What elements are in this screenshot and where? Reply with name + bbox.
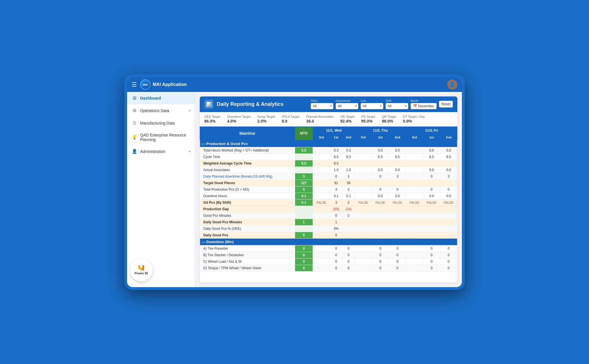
mtd-val	[295, 225, 313, 232]
shift-filter-label: Shift	[386, 99, 408, 102]
department-select[interactable]: All	[336, 103, 358, 109]
row-label: Daily Good Pcs % (OEE)	[200, 225, 295, 232]
powerbi-label: Power BI	[134, 272, 148, 275]
user-avatar[interactable]: 👤	[447, 79, 457, 90]
pplh-label: PPLH Target	[282, 115, 299, 118]
pr-value: 95.0%	[361, 119, 375, 123]
plant-filter-label: Plant	[311, 99, 333, 102]
ot-value: 0.0%	[403, 119, 425, 123]
table-row: Daily Good Pcs % (OEE) 3%	[200, 225, 457, 232]
mtd-val	[295, 153, 313, 160]
target-scrap: Scrap Target 2.0%	[257, 115, 275, 123]
report-panel: 📊 Daily Reporting & Analytics Plant All	[200, 96, 457, 283]
table-row: Total Production Pcs (G + NG) 5 3 2 0 0	[200, 186, 457, 193]
plant-select[interactable]: All	[311, 103, 333, 109]
row-label: Weighted Average Cycle Time	[200, 160, 295, 167]
mtd-val: 0	[295, 252, 313, 258]
target-pr: PR Target 95.0%	[361, 115, 375, 123]
mtd-val: 0.1	[295, 193, 313, 199]
admin-icon: 👤	[132, 149, 137, 154]
mtd-val	[295, 212, 313, 219]
line-select-wrapper: All	[361, 103, 383, 109]
shift-3rd-1: 3rd	[313, 134, 330, 140]
reset-button[interactable]: Reset	[439, 101, 453, 108]
shift-1st-2: 1st	[372, 134, 389, 140]
table-row: B) Tire Stacker / Destacker 0 0 0 0 0	[200, 252, 457, 258]
targets-row: OEE Target 86.0% Downtime Target 4.0% Sc…	[200, 112, 457, 127]
sidebar-item-administration[interactable]: 👤 Administration ▾	[127, 145, 195, 158]
row-label: C) Wheel Load / Nut & W	[200, 258, 295, 265]
sidebar-item-operations-data[interactable]: ⚙ Operations Data ▾	[127, 104, 195, 117]
sidebar-item-manufacturing-data[interactable]: 🗒 Manufacturing Data	[127, 117, 195, 129]
sidebar-label-operations: Operations Data	[140, 108, 186, 113]
table-row: Actual Associates 1.0 1.0 0.0 0.0	[200, 167, 457, 173]
qr-label: QR Target	[382, 115, 396, 118]
mtd-val	[295, 167, 313, 173]
mtd-val: 3	[295, 173, 313, 180]
app-window: ☰ mai MAI Application 👤 ⊞ Dashboard ⚙	[127, 77, 462, 287]
table-row: Good Pcs Minutes 0 0	[200, 212, 457, 219]
row-label: Gd Pcs (By Shift)	[200, 199, 295, 206]
line-select[interactable]: All	[361, 103, 383, 109]
pr-label: PR Target	[361, 115, 375, 118]
or-label: OR Target	[340, 115, 354, 118]
powerbi-icon	[138, 265, 144, 270]
or-value: 92.4%	[340, 119, 354, 123]
row-label: Total Hours Worked (Reg + OT+ Additional…	[200, 147, 295, 153]
date-header-3: 11/3, Fri	[406, 127, 457, 134]
target-downtime: Downtime Target 4.0%	[227, 115, 251, 123]
data-table-wrapper[interactable]: Mainline MTD 11/1, Wed 11/2, Thu 11/3, F…	[200, 127, 457, 283]
shift-3rd-2: 3rd	[355, 134, 372, 140]
sidebar-item-qad-erp[interactable]: 💡 QAD Enterprise Resource Planning	[127, 129, 195, 145]
section-production-label: — Production & Good Pcs	[200, 140, 457, 147]
target-oee: OEE Target 86.0%	[204, 115, 220, 123]
logo-area: mai MAI Application	[140, 79, 187, 90]
sidebar-item-dashboard[interactable]: ⊞ Dashboard	[127, 92, 195, 104]
shift-1st-3: 1st	[423, 134, 440, 140]
shift-2nd-3: 2nd	[440, 134, 457, 140]
shift-filter-group: Shift All	[386, 99, 408, 109]
oee-label: OEE Target	[204, 115, 220, 118]
table-row-highlight: Daily Good Pcs 5 5	[200, 232, 457, 238]
mtd-val: 0	[295, 258, 313, 265]
main-layout: ⊞ Dashboard ⚙ Operations Data ▾ 🗒 Manufa…	[127, 92, 462, 287]
row-label-link[interactable]: Daily Planned downtime (Breaks,5S,shift …	[200, 173, 295, 180]
downtime-label: Downtime Target	[227, 115, 251, 118]
row-label: Cycle Time	[200, 153, 295, 160]
chevron-down-icon: ▾	[189, 109, 190, 113]
table-row: Daily Planned downtime (Breaks,5S,shift …	[200, 173, 457, 180]
table-row-highlight: Target Good Pieces 127 91 36	[200, 180, 457, 186]
table-row: A) Tire Presetter 0 0 0 0 0 0	[200, 245, 457, 252]
month-filter-label: Month	[411, 99, 436, 102]
hamburger-icon[interactable]: ☰	[132, 81, 137, 88]
table-row: Overtime Hours 0.1 0.1 0.1 0.0 0.0	[200, 193, 457, 199]
pplh-value: 8.9	[282, 119, 299, 123]
row-label: Daily Good Pcs Minutes	[200, 219, 295, 225]
month-display[interactable]: 📅 November	[411, 103, 436, 109]
row-label: Daily Good Pcs	[200, 232, 295, 238]
date-header-2: 11/2, Thu	[355, 127, 406, 134]
row-label: B) Tire Stacker / Destacker	[200, 252, 295, 258]
shift-select[interactable]: All	[386, 103, 408, 109]
data-table: Mainline MTD 11/1, Wed 11/2, Thu 11/3, F…	[200, 127, 457, 272]
mtd-header: MTD	[295, 127, 313, 140]
row-label: Target Good Pieces	[200, 180, 295, 186]
app-title: MAI Application	[153, 82, 187, 87]
table-row-highlight: Gd Pcs (By Shift) 0.1 FALSE 3 2 FALSE FA…	[200, 199, 457, 206]
report-header: 📊 Daily Reporting & Analytics Plant All	[200, 96, 457, 112]
manufacturing-icon: 🗒	[132, 120, 137, 126]
content-area: 📊 Daily Reporting & Analytics Plant All	[195, 92, 462, 287]
month-value: November	[418, 104, 434, 108]
dashboard-icon: ⊞	[132, 95, 137, 101]
row-label: Production Gap	[200, 206, 295, 212]
sidebar-label-administration: Administration	[140, 149, 186, 154]
logo-icon: mai	[140, 79, 150, 90]
operations-icon: ⚙	[132, 108, 137, 113]
sidebar-label-dashboard: Dashboard	[140, 96, 190, 100]
oee-value: 86.0%	[204, 119, 220, 123]
table-body: — Production & Good Pcs Total Hours Work…	[200, 140, 457, 271]
shift-3rd-3: 3rd	[406, 134, 423, 140]
table-row: Total Hours Worked (Reg + OT+ Additional…	[200, 147, 457, 153]
report-icon: 📊	[204, 100, 213, 109]
mtd-val: 0.1	[295, 199, 313, 206]
